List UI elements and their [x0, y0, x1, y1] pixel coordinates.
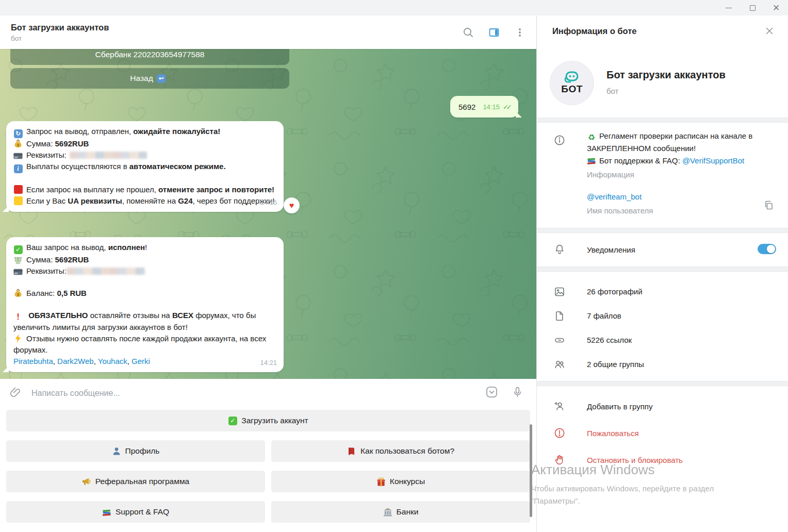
notifications-toggle[interactable] [758, 244, 776, 254]
text-link[interactable]: Dark2Web [57, 357, 94, 365]
text-link[interactable]: Youhack [98, 357, 127, 365]
back-arrow-emoji: ↩ [157, 74, 166, 83]
panel-item[interactable]: 7 файлов [537, 304, 788, 328]
media-list: 26 фотографий7 файлов5226 ссылок2 общие … [537, 279, 788, 376]
books-emoji [102, 507, 111, 517]
link-icon [553, 334, 566, 346]
redacted-requisites [67, 268, 145, 275]
telegram-window: ✕ Бот загрузки аккаунтов бот [0, 0, 788, 532]
panel-item[interactable]: 2 общие группы [537, 352, 788, 376]
text-link[interactable]: @VerifSupportBot [682, 156, 744, 165]
photo-icon [553, 286, 566, 298]
section-divider [537, 118, 788, 123]
bot-name: Бот загрузки аккаунтов [606, 69, 726, 81]
info-emoji: i [13, 164, 23, 173]
inline-button-sberbank[interactable]: Сбербанк 2202203654977588 [10, 49, 289, 65]
avatar-label: БОТ [561, 84, 583, 95]
incoming-message[interactable]: ↻Запрос на вывод, отправлен, ожидайте по… [6, 121, 284, 212]
panel-item[interactable]: Добавить в группу [537, 393, 788, 420]
bot-avatar[interactable]: БОТ [550, 61, 594, 105]
incoming-message[interactable]: ✓Ваш запрос на вывод, исполнен!Сумма: 56… [6, 237, 284, 372]
bot-info-panel: Информация о боте БОТ Бот загрузки аккау… [536, 15, 788, 532]
recycle-emoji: ♻ [587, 133, 596, 142]
text-link[interactable]: Gerki [132, 357, 150, 365]
check-emoji: ✓ [228, 416, 237, 425]
outgoing-text: 5692 [458, 103, 475, 111]
message-composer [0, 379, 536, 407]
search-icon[interactable] [461, 25, 475, 40]
redbook-emoji [347, 446, 356, 456]
panel-item[interactable]: 26 фотографий [537, 279, 788, 304]
keyboard-button[interactable]: Support & FAQ [6, 501, 265, 523]
section-divider [537, 267, 788, 272]
bot-keyboard-toggle-icon[interactable] [485, 385, 499, 401]
minimize-button[interactable] [717, 0, 741, 15]
refresh-emoji: ↻ [13, 129, 23, 138]
moneybag-emoji: $ [13, 139, 23, 148]
moneybag-emoji: $ [13, 289, 23, 298]
message-input[interactable] [31, 389, 485, 398]
username-label: Имя пользователя [587, 206, 653, 215]
panel-item[interactable]: Пожаловаться [537, 420, 788, 446]
section-divider [537, 381, 788, 386]
person-emoji [112, 446, 121, 456]
person-add-icon [553, 400, 566, 412]
message-time: 14:21 [260, 357, 277, 369]
exclamation-emoji: ! [13, 312, 23, 322]
keyboard-button[interactable]: Конкурсы [271, 471, 530, 492]
close-window-button[interactable]: ✕ [764, 0, 788, 15]
chat-header[interactable]: Бот загрузки аккаунтов бот [0, 15, 536, 49]
hand-icon [553, 454, 566, 466]
menu-kebab-icon[interactable] [513, 25, 527, 40]
keyboard-button[interactable]: Как пользоваться ботом? [271, 440, 530, 462]
yellowsquare-emoji [13, 196, 23, 206]
outgoing-message[interactable]: 5692 14:15 ✓✓ [450, 96, 518, 118]
message-time: 14:15 [483, 103, 500, 111]
action-list: Добавить в группуПожаловатьсяОстановить … [537, 393, 788, 473]
section-divider [537, 228, 788, 233]
info-circle-icon [553, 134, 566, 146]
keyboard-button[interactable]: ✓Загрузить аккаунт [6, 410, 530, 431]
window-titlebar: ✕ [0, 0, 788, 15]
info-label: Информация [587, 169, 773, 181]
maximize-button[interactable] [741, 0, 764, 15]
moneywings-emoji [13, 256, 23, 265]
people-icon [553, 358, 566, 371]
copy-icon[interactable] [763, 199, 775, 211]
keyboard-button[interactable]: Профиль [6, 440, 265, 462]
attach-icon[interactable] [9, 386, 22, 401]
bot-reply-keyboard: ✓Загрузить аккаунтПрофильКак пользоватьс… [0, 407, 536, 532]
card-emoji [13, 268, 23, 277]
keyboard-scrollbar[interactable] [530, 424, 532, 517]
keyboard-button[interactable]: Реферальная программа [6, 471, 265, 492]
chat-message-area: Сбербанк 2202203654977588 Назад↩ 5692 14… [0, 49, 536, 379]
panel-item[interactable]: 5226 ссылок [537, 328, 788, 352]
card-emoji [13, 152, 23, 161]
panel-item[interactable]: Остановить и блокировать [537, 446, 788, 473]
message-time: 14:15 [260, 197, 277, 208]
sidebar-toggle-icon[interactable] [487, 25, 501, 40]
keyboard-button[interactable]: Банки [271, 501, 530, 523]
lightning-emoji [13, 334, 23, 343]
close-panel-icon[interactable] [762, 24, 777, 38]
microphone-icon[interactable] [511, 386, 524, 401]
text-link[interactable]: Piratebuhta [13, 357, 53, 365]
chat-column: Бот загрузки аккаунтов бот [0, 15, 536, 532]
notifications-label: Уведомления [587, 245, 635, 254]
bot-type-label: бот [606, 87, 618, 95]
redsquare-emoji [13, 185, 23, 194]
report-icon [553, 427, 566, 439]
heart-reaction-badge[interactable]: ♥ [284, 197, 300, 213]
robot-icon [563, 71, 581, 85]
megaphone-emoji [82, 477, 91, 486]
bank-emoji [383, 507, 392, 517]
panel-title: Информация о боте [552, 26, 636, 36]
read-ticks-icon: ✓✓ [503, 103, 512, 111]
redacted-requisites [70, 152, 147, 159]
bot-description: ♻Регламент проверки расписан на канале в… [587, 130, 773, 181]
books-emoji [587, 156, 596, 165]
file-icon [553, 310, 566, 322]
bot-username-link[interactable]: @verifteam_bot [587, 192, 642, 201]
inline-button-back[interactable]: Назад↩ [10, 68, 289, 89]
bell-icon [553, 243, 566, 255]
